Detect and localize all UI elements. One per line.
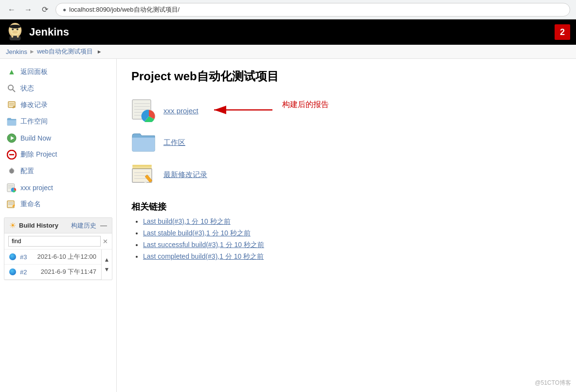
svg-rect-38 [132,165,152,166]
reload-button[interactable]: ⟳ [39,4,51,16]
build-history-sun-icon: ☀ [9,221,16,230]
related-link-item: Last successful build(#3),1 分 10 秒之前 [143,241,561,249]
build-search-clear[interactable]: ✕ [103,238,108,245]
related-link-last-stable[interactable]: Last stable build(#3),1 分 10 秒之前 [143,229,251,237]
related-links-list: Last build(#3),1 分 10 秒之前 Last stable bu… [131,217,561,261]
delete-icon [7,150,17,160]
sidebar-label-xxx-project: xxx project [20,184,53,192]
browser-chrome: ← → ⟳ ● localhost:8090/job/web自动化测试项目/ [0,0,576,19]
sidebar-item-delete[interactable]: 删除 Project [0,146,116,163]
search-icon [7,84,17,93]
build-list-scroll: #3 2021-6-10 上午12:00 #2 2021-6-9 下午11:47… [4,249,112,280]
build-scroll-controls: ▲ ▼ [101,249,112,280]
build-time-2: 2021-6-9 下午11:47 [41,267,96,276]
build-history-header-left: ☀ Build History [9,221,58,230]
sidebar-item-rename[interactable]: 重命名 [0,196,116,213]
sidebar-item-xxx-project[interactable]: xxx project [0,179,116,196]
build-list-items: #3 2021-6-10 上午12:00 #2 2021-6-9 下午11:47 [4,249,101,280]
address-bar[interactable]: ● localhost:8090/job/web自动化测试项目/ [55,3,570,17]
related-links-title: 相关链接 [131,201,561,213]
scroll-up-button[interactable]: ▲ [103,255,111,265]
rename-icon [7,199,17,209]
svg-point-2 [12,28,14,30]
url-text: localhost:8090/job/web自动化测试项目/ [69,5,180,14]
build-list-row: #3 2021-6-10 上午12:00 [4,249,101,265]
sidebar-item-back[interactable]: ▲ 返回面板 [0,64,116,80]
build-history-title: Build History [19,222,58,229]
svg-line-10 [13,89,15,92]
scroll-down-button[interactable]: ▼ [103,265,111,274]
sidebar-item-configure[interactable]: 配置 [0,163,116,179]
svg-point-3 [17,28,18,30]
svg-point-4 [12,31,18,34]
project-item-icon-workspace [131,131,157,154]
up-arrow-icon: ▲ [7,67,17,77]
sidebar-item-status[interactable]: 状态 [0,80,116,97]
pencil-icon [7,100,17,110]
build-history-link[interactable]: 构建历史 [71,222,96,229]
main-content: Project web自动化测试项目 [117,59,576,392]
jenkins-topbar: Jenkins 2 [0,19,576,45]
related-link-last-successful[interactable]: Last successful build(#3),1 分 10 秒之前 [143,241,264,249]
sidebar-item-changes[interactable]: 修改记录 [0,97,116,113]
sidebar: ▲ 返回面板 状态 修改记录 工作空间 [0,59,117,392]
related-link-last-build[interactable]: Last build(#3),1 分 10 秒之前 [143,217,231,225]
lock-icon: ● [63,6,66,13]
project-item-changelog: 最新修改记录 [131,160,561,189]
build-search-row: ✕ [4,233,112,249]
jenkins-logo: Jenkins [6,23,69,41]
breadcrumb-dropdown-arrow[interactable]: ► [97,49,102,54]
sidebar-label-status: 状态 [20,84,34,93]
related-link-last-completed[interactable]: Last completed build(#3),1 分 10 秒之前 [143,252,264,260]
forward-button[interactable]: → [22,4,34,16]
build-history-section: ☀ Build History 构建历史 — ✕ #3 2021-6-10 上午 [4,217,112,280]
annotation-text: 构建后的报告 [282,100,329,110]
breadcrumb-project[interactable]: web自动化测试项目 [37,47,93,56]
build-search-input[interactable] [8,236,101,247]
breadcrumb-bar: Jenkins ► web自动化测试项目 ► [0,45,576,59]
project-item-workspace: 工作区 [131,128,561,157]
build-status-ball-2 [9,268,16,275]
build-num-2[interactable]: #2 [20,268,27,276]
build-history-link-area: 构建历史 — [71,221,107,230]
sidebar-label-back: 返回面板 [20,68,48,76]
watermark: @51CTO博客 [535,379,571,387]
related-links: 相关链接 Last build(#3),1 分 10 秒之前 Last stab… [131,201,561,261]
jenkins-logo-icon [6,23,24,41]
build-history-header: ☀ Build History 构建历史 — [4,218,112,233]
folder-icon [7,117,17,126]
sidebar-label-configure: 配置 [20,167,34,176]
build-now-icon [7,133,17,143]
xxx-project-link[interactable]: xxx project [163,107,198,115]
sidebar-item-build-now[interactable]: Build Now [0,130,116,146]
project-item-icon-report [131,99,157,122]
project-item-icon-changelog [131,163,157,186]
workspace-link[interactable]: 工作区 [163,138,185,147]
breadcrumb-jenkins[interactable]: Jenkins [6,48,27,55]
jenkins-title: Jenkins [29,26,69,38]
sidebar-label-changes: 修改记录 [20,101,48,109]
svg-point-8 [9,25,21,29]
build-time-3: 2021-6-10 上午12:00 [37,252,96,261]
build-history-minus[interactable]: — [100,221,107,229]
related-link-item: Last build(#3),1 分 10 秒之前 [143,217,561,226]
svg-rect-7 [17,35,19,38]
breadcrumb-sep-1: ► [29,48,35,55]
report-icon [7,183,17,193]
main-layout: ▲ 返回面板 状态 修改记录 工作空间 [0,59,576,392]
svg-rect-39 [132,166,152,167]
svg-rect-5 [10,36,21,41]
build-status-ball-3 [9,253,16,260]
build-num-3[interactable]: #3 [20,253,27,261]
arrow-annotation [209,103,277,117]
back-button[interactable]: ← [6,4,18,16]
svg-point-9 [8,85,13,90]
project-item-row-report: xxx project 构建后的报告 [131,96,561,125]
svg-rect-6 [11,35,13,38]
build-list-row: #2 2021-6-9 下午11:47 [4,265,101,280]
sidebar-item-workspace[interactable]: 工作空间 [0,113,116,130]
changelog-link[interactable]: 最新修改记录 [163,170,207,179]
notification-badge[interactable]: 2 [555,24,570,40]
project-item-report: xxx project [131,96,561,125]
gear-icon [7,166,17,176]
